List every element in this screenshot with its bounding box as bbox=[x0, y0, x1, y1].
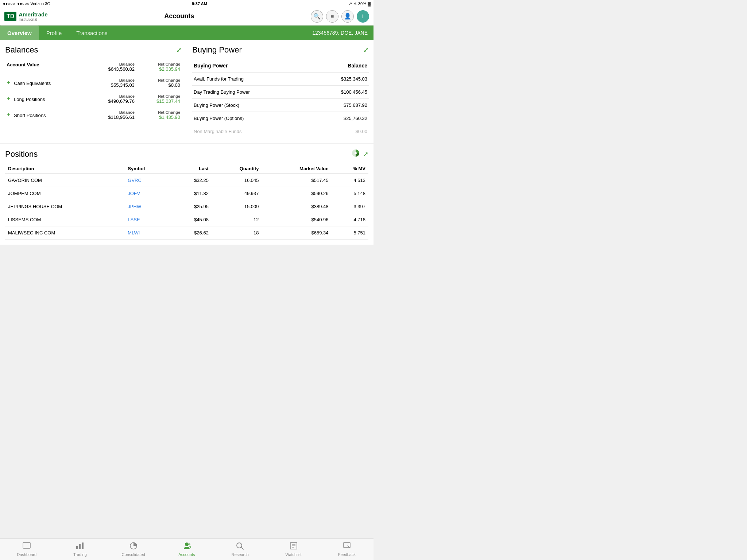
long-net-change: Net Change $15,037.44 bbox=[138, 94, 180, 104]
positions-table: Description Symbol Last Quantity Market … bbox=[5, 164, 368, 240]
balances-expand-icon[interactable]: ⤢ bbox=[176, 46, 182, 54]
logo-td-text: TD bbox=[7, 13, 14, 20]
app-header: TD Ameritrade Institutional Accounts 🔍 ≡… bbox=[0, 7, 374, 26]
pos-quantity: 18 bbox=[212, 226, 262, 240]
pos-last: $26.62 bbox=[171, 226, 212, 240]
pos-symbol[interactable]: MLWI bbox=[125, 226, 171, 240]
buying-power-expand-icon[interactable]: ⤢ bbox=[363, 46, 369, 54]
svg-point-1 bbox=[355, 152, 357, 154]
pos-last: $25.95 bbox=[171, 200, 212, 213]
bp-stock-label: Buying Power (Stock) bbox=[192, 99, 310, 112]
person-icon: 👤 bbox=[344, 13, 351, 20]
pos-symbol[interactable]: GVRC bbox=[125, 174, 171, 187]
main-content: Balances ⤢ Account Value Balance $643,56… bbox=[0, 40, 374, 258]
pos-description: JEPPINGS HOUSE COM bbox=[5, 200, 125, 213]
balance-column: Balance $643,560.82 bbox=[87, 62, 134, 72]
positions-table-header: Description Symbol Last Quantity Market … bbox=[5, 164, 368, 174]
cash-net-change: Net Change $0.00 bbox=[138, 78, 180, 88]
col-description: Description bbox=[5, 164, 125, 174]
table-row: JOMPEM COM JOEV $11.82 49.937 $590.26 5.… bbox=[5, 187, 368, 200]
short-positions-label: + Short Positions bbox=[5, 107, 86, 123]
bp-avail-label: Avail. Funds for Trading bbox=[192, 73, 310, 86]
account-value-label: Account Value bbox=[5, 59, 86, 75]
long-positions-label: + Long Positions bbox=[5, 91, 86, 107]
account-value-row: Account Value Balance $643,560.82 Net Ch… bbox=[5, 59, 182, 75]
short-positions-row: + Short Positions Balance $118,956.61 Ne… bbox=[5, 107, 182, 123]
bp-day-trading-label: Day Trading Buying Power bbox=[192, 86, 310, 99]
battery-icon: ▓ bbox=[368, 1, 371, 6]
net-change-header-label: Net Change bbox=[158, 62, 180, 66]
bp-options-label: Buying Power (Options) bbox=[192, 112, 310, 125]
status-time: 9:37 AM bbox=[192, 1, 207, 6]
table-row: GAVORIN COM GVRC $32.25 16.045 $517.45 4… bbox=[5, 174, 368, 187]
td-logo: TD bbox=[4, 12, 16, 21]
cash-equivalents-row: + Cash Equivalents Balance $55,345.03 Ne… bbox=[5, 75, 182, 91]
buying-power-title: Buying Power bbox=[192, 45, 242, 55]
bp-avail-value: $325,345.03 bbox=[310, 73, 369, 86]
pos-symbol[interactable]: JPHW bbox=[125, 200, 171, 213]
short-expand-btn[interactable]: + bbox=[7, 111, 13, 118]
info-icon: i bbox=[362, 13, 364, 20]
pos-description: JOMPEM COM bbox=[5, 187, 125, 200]
cash-expand-btn[interactable]: + bbox=[7, 79, 13, 86]
buying-power-panel: Buying Power ⤢ Buying Power Balance Avai… bbox=[187, 40, 374, 143]
pos-last: $11.82 bbox=[171, 187, 212, 200]
positions-expand-icon[interactable]: ⤢ bbox=[363, 150, 368, 158]
location-icon: ↗ bbox=[349, 1, 352, 6]
search-icon: 🔍 bbox=[313, 13, 321, 20]
col-pct-mv: % MV bbox=[332, 164, 368, 174]
pos-quantity: 15.009 bbox=[212, 200, 262, 213]
pos-last: $45.08 bbox=[171, 213, 212, 226]
pos-market-value: $389.48 bbox=[262, 200, 331, 213]
bluetooth-icon: ✲ bbox=[353, 1, 357, 6]
pos-pct-mv: 4.513 bbox=[332, 174, 368, 187]
search-button[interactable]: 🔍 bbox=[311, 10, 323, 23]
long-balance: Balance $490,679.76 bbox=[87, 94, 134, 104]
col-quantity: Quantity bbox=[212, 164, 262, 174]
brand-name: Ameritrade bbox=[19, 11, 47, 18]
long-positions-row: + Long Positions Balance $490,679.76 Net bbox=[5, 91, 182, 107]
bp-header-row: Buying Power Balance bbox=[192, 59, 369, 73]
balances-title: Balances bbox=[5, 45, 38, 55]
table-row: JEPPINGS HOUSE COM JPHW $25.95 15.009 $3… bbox=[5, 200, 368, 213]
pos-market-value: $517.45 bbox=[262, 174, 331, 187]
nav-tab-overview[interactable]: Overview bbox=[0, 26, 39, 40]
carrier-label: ●●○○○ Verizon 3G bbox=[17, 1, 50, 6]
list-icon: ≡ bbox=[331, 13, 334, 19]
status-right: ↗ ✲ 30% ▓ bbox=[349, 1, 371, 6]
col-market-value: Market Value bbox=[262, 164, 331, 174]
pie-chart-icon[interactable] bbox=[351, 149, 360, 159]
buying-power-header: Buying Power ⤢ bbox=[192, 45, 369, 55]
pos-symbol[interactable]: JOEV bbox=[125, 187, 171, 200]
info-button[interactable]: i bbox=[357, 10, 369, 23]
short-balance: Balance $118,956.61 bbox=[87, 110, 134, 120]
pos-description: MALIWSEC INC COM bbox=[5, 226, 125, 240]
pos-pct-mv: 4.718 bbox=[332, 213, 368, 226]
bp-stock-row: Buying Power (Stock) $75,687.92 bbox=[192, 99, 369, 112]
positions-title: Positions bbox=[5, 149, 38, 159]
nav-tab-transactions[interactable]: Transactions bbox=[69, 26, 115, 40]
pos-market-value: $540.96 bbox=[262, 213, 331, 226]
list-button[interactable]: ≡ bbox=[326, 10, 338, 23]
bp-day-trading-value: $100,456.45 bbox=[310, 86, 369, 99]
table-row: MALIWSEC INC COM MLWI $26.62 18 $659.34 … bbox=[5, 226, 368, 240]
net-change-column: Net Change $2,035.94 bbox=[138, 62, 180, 72]
balances-table: Account Value Balance $643,560.82 Net Ch… bbox=[5, 59, 182, 123]
account-balance-value: $643,560.82 bbox=[108, 66, 135, 72]
bp-avail-row: Avail. Funds for Trading $325,345.03 bbox=[192, 73, 369, 86]
balance-header-label: Balance bbox=[119, 62, 135, 66]
panels-row: Balances ⤢ Account Value Balance $643,56… bbox=[0, 40, 374, 143]
col-symbol: Symbol bbox=[125, 164, 171, 174]
positions-section: Positions ⤢ Description Symbo bbox=[0, 144, 374, 245]
bp-stock-value: $75,687.92 bbox=[310, 99, 369, 112]
pos-quantity: 16.045 bbox=[212, 174, 262, 187]
table-row: LISSEMS COM LSSE $45.08 12 $540.96 4.718 bbox=[5, 213, 368, 226]
brand-sub: Institutional bbox=[19, 18, 47, 22]
pos-symbol[interactable]: LSSE bbox=[125, 213, 171, 226]
positions-header: Positions ⤢ bbox=[5, 149, 368, 159]
profile-button[interactable]: 👤 bbox=[341, 10, 354, 23]
nav-tab-profile[interactable]: Profile bbox=[39, 26, 69, 40]
long-expand-btn[interactable]: + bbox=[7, 95, 13, 102]
bp-nonmarginable-label: Non Marginable Funds bbox=[192, 125, 310, 138]
signal-dots: ●●○○○ bbox=[3, 1, 15, 6]
